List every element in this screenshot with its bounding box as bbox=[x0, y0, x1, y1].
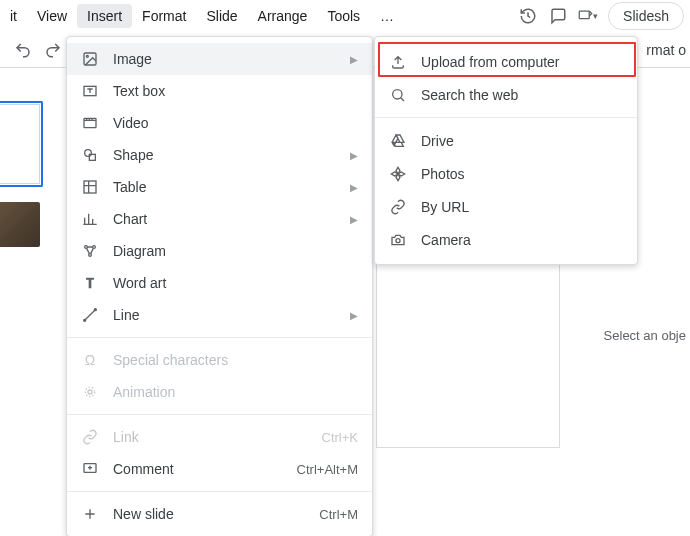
menu-item-label: Special characters bbox=[113, 352, 358, 368]
menu-item-chart[interactable]: Chart ▶ bbox=[67, 203, 372, 235]
submenu-camera[interactable]: Camera bbox=[375, 223, 637, 256]
slide-thumbnail-2[interactable] bbox=[0, 202, 40, 247]
camera-icon bbox=[389, 231, 407, 249]
toolbar-right-text: rmat o bbox=[646, 42, 686, 58]
search-icon bbox=[389, 86, 407, 104]
canvas-placeholder bbox=[376, 254, 560, 448]
photos-icon bbox=[389, 165, 407, 183]
sidebar-hint-text: Select an obje bbox=[604, 328, 686, 343]
menu-item-comment[interactable]: Comment Ctrl+Alt+M bbox=[67, 453, 372, 485]
svg-point-17 bbox=[396, 238, 400, 242]
submenu-arrow-icon: ▶ bbox=[350, 214, 358, 225]
submenu-search-web[interactable]: Search the web bbox=[375, 78, 637, 111]
menu-format[interactable]: Format bbox=[132, 4, 196, 28]
menu-slide[interactable]: Slide bbox=[196, 4, 247, 28]
submenu-upload-from-computer[interactable]: Upload from computer bbox=[375, 45, 637, 78]
menu-edit-truncated[interactable]: it bbox=[0, 4, 27, 28]
menu-separator bbox=[67, 414, 372, 415]
line-icon bbox=[81, 306, 99, 324]
menu-item-label: Upload from computer bbox=[421, 54, 623, 70]
menu-item-table[interactable]: Table ▶ bbox=[67, 171, 372, 203]
comment-add-icon bbox=[81, 460, 99, 478]
redo-icon[interactable] bbox=[42, 39, 64, 61]
image-icon bbox=[81, 50, 99, 68]
comment-icon[interactable] bbox=[548, 6, 568, 26]
link-icon bbox=[389, 198, 407, 216]
menu-item-label: Text box bbox=[113, 83, 358, 99]
undo-icon[interactable] bbox=[12, 39, 34, 61]
svg-point-12 bbox=[94, 309, 96, 311]
menu-item-textbox[interactable]: Text box bbox=[67, 75, 372, 107]
menubar-right: ▾ Slidesh bbox=[518, 2, 684, 30]
menu-item-label: Link bbox=[113, 429, 308, 445]
svg-point-10 bbox=[89, 254, 92, 257]
submenu-by-url[interactable]: By URL bbox=[375, 190, 637, 223]
shortcut-text: Ctrl+K bbox=[322, 430, 358, 445]
svg-point-2 bbox=[86, 55, 88, 57]
menu-item-image[interactable]: Image ▶ bbox=[67, 43, 372, 75]
menu-item-wordart[interactable]: Word art bbox=[67, 267, 372, 299]
svg-point-8 bbox=[85, 246, 88, 249]
svg-point-11 bbox=[84, 319, 86, 321]
insert-dropdown: Image ▶ Text box Video Shape ▶ Table ▶ C… bbox=[66, 36, 373, 536]
menu-item-video[interactable]: Video bbox=[67, 107, 372, 139]
video-icon bbox=[81, 114, 99, 132]
table-icon bbox=[81, 178, 99, 196]
menu-item-link: Link Ctrl+K bbox=[67, 421, 372, 453]
menu-item-label: Word art bbox=[113, 275, 358, 291]
menu-item-label: Photos bbox=[421, 166, 623, 182]
shortcut-text: Ctrl+Alt+M bbox=[297, 462, 358, 477]
diagram-icon bbox=[81, 242, 99, 260]
menu-item-new-slide[interactable]: New slide Ctrl+M bbox=[67, 498, 372, 530]
menu-tools[interactable]: Tools bbox=[317, 4, 370, 28]
submenu-arrow-icon: ▶ bbox=[350, 182, 358, 193]
menu-arrange[interactable]: Arrange bbox=[248, 4, 318, 28]
drive-icon bbox=[389, 132, 407, 150]
link-icon bbox=[81, 428, 99, 446]
svg-point-16 bbox=[393, 89, 402, 98]
upload-icon bbox=[389, 53, 407, 71]
slide-thumbnail-1[interactable] bbox=[0, 104, 40, 184]
menu-more[interactable]: … bbox=[370, 4, 404, 28]
special-characters-icon: Ω bbox=[81, 351, 99, 369]
menu-item-label: Table bbox=[113, 179, 336, 195]
menu-item-label: By URL bbox=[421, 199, 623, 215]
menu-item-label: Diagram bbox=[113, 243, 358, 259]
menu-item-label: Video bbox=[113, 115, 358, 131]
menu-item-diagram[interactable]: Diagram bbox=[67, 235, 372, 267]
textbox-icon bbox=[81, 82, 99, 100]
menu-insert[interactable]: Insert bbox=[77, 4, 132, 28]
menu-separator bbox=[67, 491, 372, 492]
menu-item-label: Search the web bbox=[421, 87, 623, 103]
menu-item-label: Drive bbox=[421, 133, 623, 149]
menu-item-line[interactable]: Line ▶ bbox=[67, 299, 372, 331]
chart-icon bbox=[81, 210, 99, 228]
svg-point-5 bbox=[85, 150, 92, 157]
menu-view[interactable]: View bbox=[27, 4, 77, 28]
history-icon[interactable] bbox=[518, 6, 538, 26]
submenu-drive[interactable]: Drive bbox=[375, 124, 637, 157]
menu-item-label: New slide bbox=[113, 506, 305, 522]
wordart-icon bbox=[81, 274, 99, 292]
menu-item-label: Comment bbox=[113, 461, 283, 477]
submenu-arrow-icon: ▶ bbox=[350, 150, 358, 161]
menu-item-label: Line bbox=[113, 307, 336, 323]
menu-item-label: Animation bbox=[113, 384, 358, 400]
present-icon[interactable]: ▾ bbox=[578, 6, 598, 26]
submenu-photos[interactable]: Photos bbox=[375, 157, 637, 190]
menu-item-shape[interactable]: Shape ▶ bbox=[67, 139, 372, 171]
menu-item-label: Image bbox=[113, 51, 336, 67]
menubar: it View Insert Format Slide Arrange Tool… bbox=[0, 0, 690, 32]
slideshow-button[interactable]: Slidesh bbox=[608, 2, 684, 30]
menu-item-animation: Animation bbox=[67, 376, 372, 408]
svg-point-14 bbox=[85, 387, 94, 396]
submenu-arrow-icon: ▶ bbox=[350, 54, 358, 65]
plus-icon bbox=[81, 505, 99, 523]
svg-rect-7 bbox=[84, 181, 96, 193]
menu-item-label: Chart bbox=[113, 211, 336, 227]
menu-separator bbox=[67, 337, 372, 338]
shortcut-text: Ctrl+M bbox=[319, 507, 358, 522]
shape-icon bbox=[81, 146, 99, 164]
image-submenu: Upload from computer Search the web Driv… bbox=[374, 36, 638, 265]
svg-point-13 bbox=[88, 390, 92, 394]
